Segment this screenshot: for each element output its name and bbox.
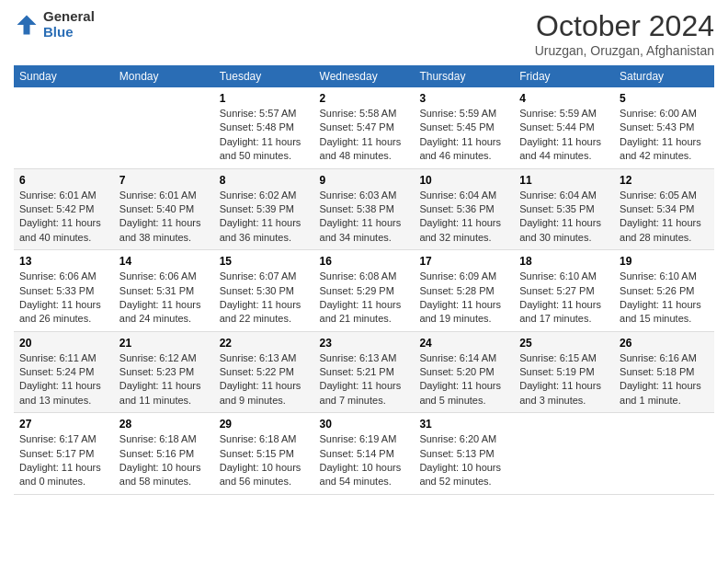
calendar-cell: 16Sunrise: 6:08 AM Sunset: 5:29 PM Dayli… <box>314 250 415 332</box>
calendar-cell: 4Sunrise: 5:59 AM Sunset: 5:44 PM Daylig… <box>514 87 614 168</box>
day-number: 23 <box>320 337 409 350</box>
calendar-cell: 10Sunrise: 6:04 AM Sunset: 5:36 PM Dayli… <box>414 168 514 250</box>
weekday-header: Monday <box>114 65 214 87</box>
calendar-cell: 21Sunrise: 6:12 AM Sunset: 5:23 PM Dayli… <box>114 331 214 413</box>
day-info: Sunrise: 6:07 AM Sunset: 5:30 PM Dayligh… <box>220 270 309 327</box>
calendar-header: SundayMondayTuesdayWednesdayThursdayFrid… <box>14 65 714 87</box>
calendar-cell: 28Sunrise: 6:18 AM Sunset: 5:16 PM Dayli… <box>114 413 214 495</box>
day-number: 20 <box>19 337 108 350</box>
day-info: Sunrise: 6:20 AM Sunset: 5:13 PM Dayligh… <box>419 432 508 489</box>
day-number: 21 <box>119 337 209 350</box>
day-info: Sunrise: 6:10 AM Sunset: 5:27 PM Dayligh… <box>519 270 609 327</box>
day-number: 18 <box>519 255 609 268</box>
day-info: Sunrise: 6:05 AM Sunset: 5:34 PM Dayligh… <box>620 189 709 246</box>
day-info: Sunrise: 6:16 AM Sunset: 5:18 PM Dayligh… <box>620 351 709 408</box>
day-info: Sunrise: 6:13 AM Sunset: 5:21 PM Dayligh… <box>320 351 409 408</box>
calendar-cell: 22Sunrise: 6:13 AM Sunset: 5:22 PM Dayli… <box>214 331 314 413</box>
svg-marker-0 <box>17 15 37 34</box>
calendar-cell: 14Sunrise: 6:06 AM Sunset: 5:31 PM Dayli… <box>114 250 214 332</box>
logo-text: General Blue <box>43 9 95 40</box>
weekday-header: Friday <box>514 65 614 87</box>
calendar-cell: 19Sunrise: 6:10 AM Sunset: 5:26 PM Dayli… <box>614 250 714 332</box>
calendar-cell: 30Sunrise: 6:19 AM Sunset: 5:14 PM Dayli… <box>314 413 415 495</box>
day-number: 10 <box>419 174 508 187</box>
day-number: 6 <box>19 174 108 187</box>
calendar-cell <box>514 413 614 495</box>
day-info: Sunrise: 6:15 AM Sunset: 5:19 PM Dayligh… <box>519 351 609 408</box>
calendar-cell: 24Sunrise: 6:14 AM Sunset: 5:20 PM Dayli… <box>414 331 514 413</box>
calendar-week-row: 1Sunrise: 5:57 AM Sunset: 5:48 PM Daylig… <box>14 87 714 168</box>
day-info: Sunrise: 6:18 AM Sunset: 5:15 PM Dayligh… <box>220 432 309 489</box>
calendar-week-row: 6Sunrise: 6:01 AM Sunset: 5:42 PM Daylig… <box>14 168 714 250</box>
day-number: 31 <box>419 418 508 431</box>
weekday-header: Sunday <box>14 65 114 87</box>
logo-blue: Blue <box>43 25 95 40</box>
day-info: Sunrise: 6:04 AM Sunset: 5:36 PM Dayligh… <box>419 189 508 246</box>
calendar-cell: 20Sunrise: 6:11 AM Sunset: 5:24 PM Dayli… <box>14 331 114 413</box>
calendar-cell: 17Sunrise: 6:09 AM Sunset: 5:28 PM Dayli… <box>414 250 514 332</box>
weekday-header: Wednesday <box>314 65 415 87</box>
calendar-week-row: 13Sunrise: 6:06 AM Sunset: 5:33 PM Dayli… <box>14 250 714 332</box>
calendar-cell: 8Sunrise: 6:02 AM Sunset: 5:39 PM Daylig… <box>214 168 314 250</box>
day-number: 16 <box>320 255 409 268</box>
day-number: 11 <box>519 174 609 187</box>
calendar-cell: 3Sunrise: 5:59 AM Sunset: 5:45 PM Daylig… <box>414 87 514 168</box>
calendar-cell: 18Sunrise: 6:10 AM Sunset: 5:27 PM Dayli… <box>514 250 614 332</box>
day-number: 9 <box>320 174 409 187</box>
day-number: 25 <box>519 337 609 350</box>
day-info: Sunrise: 6:03 AM Sunset: 5:38 PM Dayligh… <box>320 189 409 246</box>
calendar-cell: 6Sunrise: 6:01 AM Sunset: 5:42 PM Daylig… <box>14 168 114 250</box>
day-info: Sunrise: 6:14 AM Sunset: 5:20 PM Dayligh… <box>419 351 508 408</box>
day-number: 2 <box>320 92 409 105</box>
day-number: 19 <box>620 255 709 268</box>
calendar-week-row: 27Sunrise: 6:17 AM Sunset: 5:17 PM Dayli… <box>14 413 714 495</box>
day-info: Sunrise: 6:06 AM Sunset: 5:31 PM Dayligh… <box>119 270 209 327</box>
calendar-cell: 15Sunrise: 6:07 AM Sunset: 5:30 PM Dayli… <box>214 250 314 332</box>
subtitle: Uruzgan, Oruzgan, Afghanistan <box>535 43 714 58</box>
page-header: General Blue October 2024 Uruzgan, Oruzg… <box>14 9 714 58</box>
calendar-cell: 27Sunrise: 6:17 AM Sunset: 5:17 PM Dayli… <box>14 413 114 495</box>
title-block: October 2024 Uruzgan, Oruzgan, Afghanist… <box>535 9 714 58</box>
calendar-week-row: 20Sunrise: 6:11 AM Sunset: 5:24 PM Dayli… <box>14 331 714 413</box>
calendar-body: 1Sunrise: 5:57 AM Sunset: 5:48 PM Daylig… <box>14 87 714 494</box>
calendar-cell: 26Sunrise: 6:16 AM Sunset: 5:18 PM Dayli… <box>614 331 714 413</box>
day-info: Sunrise: 6:18 AM Sunset: 5:16 PM Dayligh… <box>119 432 209 489</box>
calendar-cell <box>114 87 214 168</box>
calendar-cell: 29Sunrise: 6:18 AM Sunset: 5:15 PM Dayli… <box>214 413 314 495</box>
day-number: 28 <box>119 418 209 431</box>
day-info: Sunrise: 6:19 AM Sunset: 5:14 PM Dayligh… <box>320 432 409 489</box>
header-row: SundayMondayTuesdayWednesdayThursdayFrid… <box>14 65 714 87</box>
calendar-cell: 7Sunrise: 6:01 AM Sunset: 5:40 PM Daylig… <box>114 168 214 250</box>
calendar-cell <box>14 87 114 168</box>
day-info: Sunrise: 6:13 AM Sunset: 5:22 PM Dayligh… <box>220 351 309 408</box>
day-number: 26 <box>620 337 709 350</box>
day-info: Sunrise: 6:04 AM Sunset: 5:35 PM Dayligh… <box>519 189 609 246</box>
day-info: Sunrise: 5:58 AM Sunset: 5:47 PM Dayligh… <box>320 107 409 164</box>
day-info: Sunrise: 6:01 AM Sunset: 5:42 PM Dayligh… <box>19 189 108 246</box>
day-info: Sunrise: 6:10 AM Sunset: 5:26 PM Dayligh… <box>620 270 709 327</box>
day-number: 17 <box>419 255 508 268</box>
day-info: Sunrise: 6:09 AM Sunset: 5:28 PM Dayligh… <box>419 270 508 327</box>
calendar-cell: 23Sunrise: 6:13 AM Sunset: 5:21 PM Dayli… <box>314 331 415 413</box>
calendar-cell: 13Sunrise: 6:06 AM Sunset: 5:33 PM Dayli… <box>14 250 114 332</box>
logo-general: General <box>43 9 95 25</box>
day-number: 29 <box>220 418 309 431</box>
day-number: 3 <box>419 92 508 105</box>
day-info: Sunrise: 5:57 AM Sunset: 5:48 PM Dayligh… <box>220 107 309 164</box>
day-number: 27 <box>19 418 108 431</box>
day-info: Sunrise: 6:17 AM Sunset: 5:17 PM Dayligh… <box>19 432 108 489</box>
calendar-cell: 31Sunrise: 6:20 AM Sunset: 5:13 PM Dayli… <box>414 413 514 495</box>
day-info: Sunrise: 6:11 AM Sunset: 5:24 PM Dayligh… <box>19 351 108 408</box>
day-info: Sunrise: 6:00 AM Sunset: 5:43 PM Dayligh… <box>620 107 709 164</box>
day-number: 13 <box>19 255 108 268</box>
day-number: 24 <box>419 337 508 350</box>
weekday-header: Thursday <box>414 65 514 87</box>
day-info: Sunrise: 5:59 AM Sunset: 5:44 PM Dayligh… <box>519 107 609 164</box>
calendar-cell: 5Sunrise: 6:00 AM Sunset: 5:43 PM Daylig… <box>614 87 714 168</box>
day-info: Sunrise: 6:02 AM Sunset: 5:39 PM Dayligh… <box>220 189 309 246</box>
day-number: 8 <box>220 174 309 187</box>
calendar-cell: 12Sunrise: 6:05 AM Sunset: 5:34 PM Dayli… <box>614 168 714 250</box>
day-number: 5 <box>620 92 709 105</box>
day-number: 12 <box>620 174 709 187</box>
day-info: Sunrise: 5:59 AM Sunset: 5:45 PM Dayligh… <box>419 107 508 164</box>
